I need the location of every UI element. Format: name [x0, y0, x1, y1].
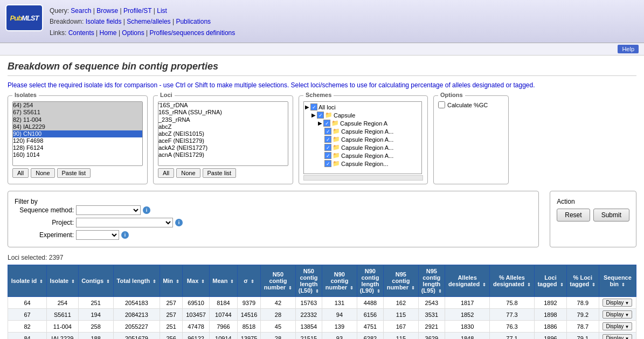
links-home-link[interactable]: Home: [100, 29, 117, 37]
display-button[interactable]: Display: [603, 334, 632, 339]
table-body: 6425425120541832576951081849379421576313…: [8, 297, 636, 339]
tree-expand-capsule[interactable]: ▶: [311, 112, 316, 118]
table-cell: 258: [78, 321, 113, 333]
table-cell: 115: [384, 333, 418, 339]
submit-button[interactable]: Submit: [593, 209, 629, 222]
loci-legend: Loci: [158, 92, 175, 98]
th-n90-length[interactable]: N90contiglength(L90) ⇕: [357, 265, 384, 297]
isolates-none-button[interactable]: None: [31, 168, 54, 178]
breakdown-isolate-link[interactable]: Isolate fields: [86, 18, 122, 25]
table-cell: 93: [322, 333, 357, 339]
tree-check-capsule[interactable]: ✓: [317, 112, 324, 119]
breakdown-label: Breakdown:: [50, 18, 84, 25]
links-options-link[interactable]: Options: [122, 29, 144, 37]
folder-icon-cra5: 📁: [333, 160, 340, 167]
sequence-method-select[interactable]: [76, 205, 141, 215]
tree-check-cra2[interactable]: ✓: [324, 136, 331, 143]
logo-pub: Pub: [10, 14, 22, 22]
tree-item-allloci: ▶ ✓ All loci: [305, 103, 420, 111]
table-cell: 13854: [295, 321, 322, 333]
loci-buttons: All None Paste list: [158, 168, 288, 178]
table-cell: 2054183: [113, 297, 160, 309]
action-legend: Action: [557, 198, 574, 205]
tree-check-capsule-region-a[interactable]: ✓: [323, 120, 330, 127]
th-mean[interactable]: Mean ⇕: [210, 265, 238, 297]
table-cell: 131: [322, 297, 357, 309]
th-contigs[interactable]: Contigs ⇕: [78, 265, 113, 297]
project-label: Project:: [15, 219, 74, 226]
th-pct-loci[interactable]: % Locitagged ⇕: [566, 265, 599, 297]
table-cell: 2543: [418, 297, 445, 309]
calculate-gc-checkbox[interactable]: [438, 101, 445, 108]
loci-all-button[interactable]: All: [158, 168, 174, 178]
table-cell: 3629: [418, 333, 445, 339]
display-button[interactable]: Display: [603, 322, 632, 330]
logo-area: PubMLST: [5, 4, 43, 31]
table-cell: 79.1: [566, 333, 599, 339]
table-cell: 82: [8, 321, 47, 333]
th-n50-number[interactable]: N50contignumber ⇕: [261, 265, 295, 297]
th-isolate[interactable]: Isolate ⇕: [47, 265, 79, 297]
tree-check-cra1[interactable]: ✓: [324, 128, 331, 135]
calculate-gc-row: Calculate %GC: [438, 101, 504, 108]
table-cell: 67: [8, 309, 47, 321]
th-isolate-id[interactable]: Isolate id ⇕: [8, 265, 47, 297]
query-browse-link[interactable]: Browse: [96, 7, 118, 15]
display-button[interactable]: Display: [603, 299, 632, 307]
loci-box: Loci '16S_rDNA 16S_rRNA (SSU_rRNA) _23S_…: [153, 95, 293, 184]
schemes-tree[interactable]: ▶ ✓ All loci ▶ ✓ 📁 Capsule ▶ ✓ 📁 Capsule…: [303, 101, 422, 174]
loci-none-button[interactable]: None: [176, 168, 200, 178]
th-sequence-bin[interactable]: Sequencebin ⇕: [599, 265, 636, 297]
sequence-method-info-icon[interactable]: i: [143, 206, 150, 214]
tree-item-cra1: ✓ 📁 Capsule Region A...: [305, 127, 420, 135]
query-profile-link[interactable]: Profile/ST: [123, 7, 151, 15]
table-cell: 2055227: [113, 321, 160, 333]
experiment-select[interactable]: [76, 230, 119, 240]
table-cell: 139: [322, 321, 357, 333]
links-contents-link[interactable]: Contents: [68, 29, 94, 37]
query-list-link[interactable]: List: [157, 7, 167, 15]
query-search-link[interactable]: Search: [71, 7, 91, 15]
project-info-icon[interactable]: i: [175, 219, 183, 226]
experiment-row: Experiment: i: [15, 230, 532, 240]
tree-expand-allloci[interactable]: ▶: [305, 104, 309, 110]
help-button[interactable]: Help: [618, 45, 639, 53]
isolates-paste-button[interactable]: Paste list: [57, 168, 91, 178]
th-alleles-designated[interactable]: Allelesdesignated ⇕: [445, 265, 490, 297]
loci-select[interactable]: '16S_rDNA 16S_rRNA (SSU_rRNA) _23S_rRNA …: [158, 101, 288, 166]
th-min[interactable]: Min ⇕: [160, 265, 183, 297]
table-cell: 21515: [295, 333, 322, 339]
scheme-horizontal-scrollbar[interactable]: [303, 175, 423, 181]
tree-item-capsule-region-a: ▶ ✓ 📁 Capsule Region A: [305, 119, 420, 127]
th-sigma[interactable]: σ ⇕: [237, 265, 261, 297]
project-select[interactable]: [76, 218, 173, 227]
links-profiles-link[interactable]: Profiles/sequences definitions: [150, 29, 236, 37]
tree-label-cra5: Capsule Region...: [341, 161, 388, 167]
experiment-info-icon[interactable]: i: [121, 231, 129, 239]
breakdown-publications-link[interactable]: Publications: [176, 18, 211, 25]
tree-check-cra4[interactable]: ✓: [324, 152, 331, 159]
table-cell: 84: [8, 333, 47, 339]
table-cell: 15763: [295, 297, 322, 309]
th-n95-length[interactable]: N95contiglength(L95) ⇕: [418, 265, 445, 297]
th-total-length[interactable]: Total length ⇕: [113, 265, 160, 297]
th-pct-alleles[interactable]: % Allelesdesignated ⇕: [490, 265, 535, 297]
tree-check-allloci[interactable]: ✓: [310, 103, 317, 110]
nav-area: Query: Search | Browse | Profile/ST | Li…: [50, 4, 235, 38]
isolates-all-button[interactable]: All: [12, 168, 29, 178]
th-loci-tagged[interactable]: Locitagged ⇕: [535, 265, 567, 297]
sequence-method-row: Sequence method: i: [15, 205, 532, 215]
loci-paste-button[interactable]: Paste list: [203, 168, 237, 178]
tree-check-cra5[interactable]: ✓: [324, 160, 331, 167]
reset-button[interactable]: Reset: [557, 209, 590, 222]
th-n95-number[interactable]: N95contignumber ⇕: [384, 265, 418, 297]
th-n90-number[interactable]: N90contignumber ⇕: [322, 265, 357, 297]
tree-check-cra3[interactable]: ✓: [324, 144, 331, 151]
breakdown-scheme-link[interactable]: Scheme/alleles: [127, 18, 170, 25]
th-max[interactable]: Max ⇕: [183, 265, 210, 297]
results-table: Isolate id ⇕ Isolate ⇕ Contigs ⇕ Total l…: [8, 265, 636, 339]
isolates-select[interactable]: 64) 254 67) S5611 82) 11-004 84) IAL2229…: [12, 101, 143, 166]
th-n50-length[interactable]: N50contiglength(L50) ⇕: [295, 265, 322, 297]
tree-expand-capsule-region-a[interactable]: ▶: [318, 120, 322, 126]
display-button[interactable]: Display: [603, 310, 632, 319]
